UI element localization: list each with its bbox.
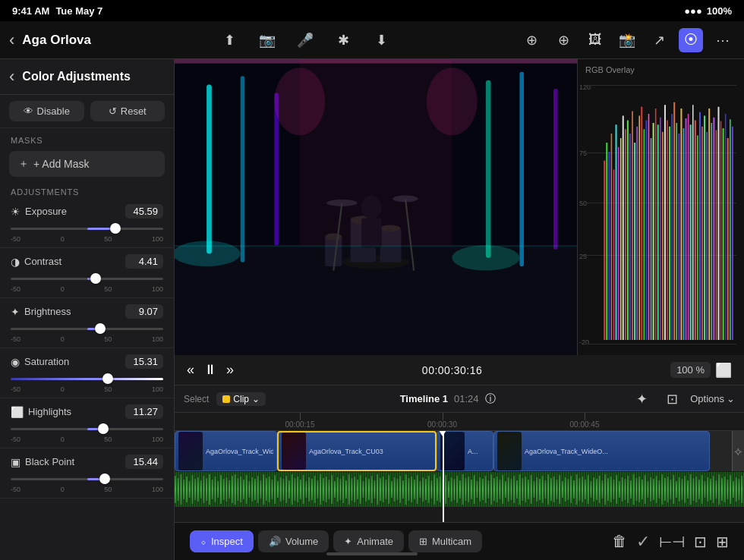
svg-rect-255 (659, 480, 660, 499)
svg-rect-249 (642, 480, 643, 499)
svg-rect-269 (698, 480, 700, 499)
svg-rect-284 (741, 476, 742, 503)
animate-button[interactable]: ✦ Animate (333, 530, 404, 552)
timeline-view-button[interactable]: ⊡ (660, 387, 684, 411)
brightness-value[interactable]: 9.07 (125, 304, 163, 319)
contrast-icon: ◑ (11, 256, 20, 268)
delete-button[interactable]: 🗑 (612, 533, 627, 550)
asterisk-button[interactable]: ✱ (331, 28, 355, 52)
svg-rect-114 (257, 476, 259, 503)
playhead[interactable] (443, 431, 444, 522)
more-options-button[interactable]: ⊞ (716, 533, 729, 551)
timeline-options-button[interactable]: Options ⌄ (690, 393, 735, 404)
volume-button[interactable]: 🔊 Volume (258, 530, 329, 552)
back-button[interactable]: ‹ (9, 30, 14, 50)
svg-rect-253 (653, 479, 654, 500)
mic-button[interactable]: 🎤 (293, 28, 317, 52)
panel-back-button[interactable]: ‹ (9, 67, 14, 87)
share-button[interactable]: ⬆ (217, 28, 241, 52)
ruler-tick-2 (443, 413, 443, 420)
exposure-slider[interactable] (11, 222, 163, 235)
forward-button[interactable]: » (226, 362, 234, 378)
zoom-level[interactable]: 100 % (670, 362, 711, 378)
svg-rect-207 (522, 478, 524, 501)
exposure-value[interactable]: 45.59 (125, 204, 163, 219)
split-button[interactable]: ⊢⊣ (659, 533, 685, 551)
svg-rect-110 (246, 475, 247, 504)
trim-button[interactable]: ⊡ (694, 533, 707, 551)
add-mask-button[interactable]: ＋ + Add Mask (9, 151, 165, 177)
saturation-slider[interactable] (11, 372, 163, 385)
svg-rect-246 (633, 474, 635, 505)
clip-4[interactable]: AgaOrlova_Track_WideO... (493, 431, 710, 471)
svg-point-9 (175, 241, 241, 266)
svg-rect-259 (670, 480, 672, 499)
reset-button[interactable]: ↺ Reset (90, 101, 166, 121)
multicam-button[interactable]: ⊞ Multicam (408, 530, 482, 552)
clip-3[interactable]: A... (437, 431, 493, 471)
saturation-value[interactable]: 15.31 (125, 354, 163, 369)
svg-rect-92 (194, 479, 196, 500)
svg-rect-201 (505, 481, 506, 498)
more-button[interactable]: ⋯ (711, 28, 735, 52)
brightness-icon: ✦ (11, 306, 20, 318)
svg-rect-198 (497, 477, 498, 502)
play-pause-button[interactable]: ⏸ (203, 362, 217, 378)
add-circle2-button[interactable]: ⊕ (551, 28, 575, 52)
panel-actions: 👁 Disable ↺ Reset (0, 95, 174, 128)
svg-rect-178 (440, 477, 441, 502)
blackpoint-slider[interactable] (11, 472, 163, 486)
svg-rect-95 (203, 476, 205, 503)
brightness-slider[interactable] (11, 322, 163, 335)
highlights-slider[interactable] (11, 422, 163, 436)
view-icon[interactable]: ⬜ (715, 362, 732, 379)
picture-button[interactable]: 🖼 (583, 28, 607, 52)
svg-rect-149 (357, 480, 358, 499)
clip-2-selected[interactable]: AgaOrlova_Track_CU03 (277, 431, 437, 471)
svg-rect-238 (610, 477, 612, 502)
timeline-end-handle[interactable]: ⟡ (732, 431, 744, 471)
home-indicator (326, 552, 418, 555)
inspect-icon: ⬦ (200, 536, 206, 547)
svg-rect-126 (292, 474, 293, 505)
camera-button[interactable]: 📷 (255, 28, 279, 52)
multicam-icon: ⊞ (419, 536, 427, 547)
svg-rect-239 (613, 480, 615, 499)
clip-1[interactable]: AgaOrlova_Track_Wid... (175, 431, 277, 471)
inspect-button[interactable]: ⬦ Inspect (190, 530, 254, 552)
timeline-area: Select Clip ⌄ Timeline 1 01:24 ⓘ ✦ ⊡ (175, 385, 744, 522)
svg-rect-209 (528, 480, 529, 499)
svg-rect-132 (308, 477, 310, 502)
volume-icon: 🔊 (269, 536, 281, 547)
blackpoint-value[interactable]: 15.44 (125, 455, 163, 469)
timeline-snap-button[interactable]: ✦ (629, 387, 654, 411)
svg-rect-6 (486, 80, 491, 258)
clip-3-thumb (440, 432, 465, 470)
check-button[interactable]: ✓ (636, 532, 650, 552)
svg-rect-102 (223, 479, 225, 500)
rewind-button[interactable]: « (187, 362, 194, 378)
svg-rect-106 (235, 474, 236, 505)
export-button[interactable]: ⬇ (369, 28, 393, 52)
blackpoint-slider-labels: -50050100 (11, 486, 163, 493)
contrast-slider[interactable] (11, 272, 163, 285)
contrast-value[interactable]: 4.41 (125, 254, 163, 269)
clip-dropdown-icon[interactable]: ⌄ (252, 394, 260, 404)
svg-rect-119 (272, 480, 273, 499)
svg-rect-195 (488, 480, 490, 499)
brightness-label: ✦ Brightness (11, 306, 71, 318)
timeline-info-button[interactable]: ⓘ (485, 392, 496, 406)
camera2-button[interactable]: 📸 (615, 28, 639, 52)
disable-button[interactable]: 👁 Disable (9, 101, 84, 121)
video-container (175, 59, 577, 355)
timeline-tracks[interactable]: AgaOrlova_Track_Wid... AgaOrlova_Track_C… (175, 431, 744, 522)
timeline-name: Timeline 1 (400, 393, 448, 404)
share2-button[interactable]: ↗ (647, 28, 671, 52)
active-nav-button[interactable]: ⦿ (679, 28, 703, 52)
add-circle-button[interactable]: ⊕ (519, 28, 544, 52)
svg-rect-147 (352, 478, 353, 501)
clip-1-label: AgaOrlova_Track_Wid... (206, 448, 273, 455)
highlights-value[interactable]: 11.27 (125, 404, 163, 419)
svg-rect-138 (326, 477, 327, 502)
svg-rect-173 (425, 479, 427, 500)
